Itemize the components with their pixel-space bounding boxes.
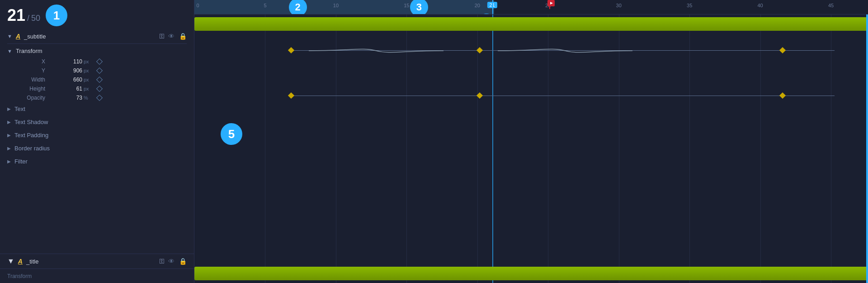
prop-height-label: Height: [14, 86, 51, 92]
border-radius-label: Border radius: [14, 145, 50, 152]
subtitle-layer-name: _subtitle: [24, 33, 154, 40]
subtitle-layer-actions: 👁 🔒: [168, 33, 187, 40]
tick-15: 15: [404, 3, 409, 8]
lock-icon[interactable]: 🔒: [179, 33, 187, 40]
prop-height-unit: px: [84, 86, 93, 91]
text-padding-section[interactable]: ▶ Text Padding: [0, 129, 194, 142]
frame-separator: /: [27, 14, 29, 23]
prop-width-keyframe[interactable]: [96, 77, 103, 83]
tick-10: 10: [333, 3, 339, 8]
prop-width-unit: px: [84, 77, 93, 82]
frame-total: 50: [31, 14, 40, 23]
title-layer-row[interactable]: ▼ A _title ⚿ 👁 🔒: [0, 254, 194, 269]
tick-40: 40: [757, 3, 763, 8]
prop-opacity-unit: %: [84, 95, 93, 101]
keyframe-track-2: [194, 91, 868, 101]
prop-height-value[interactable]: 61: [51, 86, 82, 92]
title-lock-icon[interactable]: 🔒: [179, 258, 187, 265]
text-chevron: ▶: [7, 106, 11, 111]
subtitle-chevron[interactable]: ▼: [7, 34, 12, 39]
title-transform-label: Transform: [7, 273, 32, 279]
title-transform-hint: Transform: [0, 269, 194, 283]
prop-opacity-value[interactable]: 73: [51, 95, 82, 101]
header-row: 21 / 50 1: [0, 0, 194, 30]
kf-diamond-2b[interactable]: [476, 92, 483, 99]
svg-rect-1: [549, 0, 550, 9]
filter-chevron: ▶: [7, 159, 11, 164]
visibility-icon[interactable]: 👁: [168, 33, 175, 40]
border-radius-section[interactable]: ▶ Border radius: [0, 142, 194, 155]
text-shadow-chevron: ▶: [7, 120, 11, 125]
prop-y-label: Y: [14, 67, 51, 74]
badge-3: 3: [410, 0, 428, 14]
title-visibility-icon[interactable]: 👁: [168, 258, 175, 265]
timeline-panel: 0 5 10 15 20 21 25 30 35 40 45: [194, 0, 868, 283]
prop-width: Width 660 px: [0, 75, 194, 84]
subtitle-key-icon: ⚿: [159, 33, 165, 39]
prop-y-keyframe[interactable]: [96, 67, 103, 74]
keyframe-track-1: [194, 46, 868, 55]
playhead-ruler-line: [492, 0, 493, 14]
kf-diamond-1c[interactable]: [779, 47, 786, 53]
tick-5: 5: [264, 3, 266, 8]
text-shadow-label: Text Shadow: [14, 119, 48, 125]
title-chevron[interactable]: ▼: [7, 257, 14, 265]
filter-label: Filter: [14, 158, 28, 165]
text-shadow-section[interactable]: ▶ Text Shadow: [0, 115, 194, 129]
tick-30: 30: [616, 3, 622, 8]
tick-0: 0: [196, 3, 199, 8]
ruler-area: 0 5 10 15 20 21 25 30 35 40 45: [194, 0, 868, 14]
text-padding-chevron: ▶: [7, 133, 11, 138]
badge-1: 1: [46, 5, 67, 26]
prop-opacity-label: Opacity: [14, 95, 51, 101]
kf-diamond-1b[interactable]: [476, 47, 483, 53]
badge-5: 5: [221, 123, 242, 145]
tick-20: 20: [475, 3, 480, 8]
right-edge-strip: [866, 14, 868, 283]
subtitle-layer-icon: A: [16, 33, 20, 40]
prop-opacity: Opacity 73 %: [0, 93, 194, 102]
frame-counter: 21 / 50: [7, 7, 40, 24]
title-green-bar[interactable]: [194, 267, 868, 280]
badge-2: 2: [289, 0, 307, 14]
timeline-content: 5: [194, 14, 868, 283]
prop-x-value[interactable]: 110: [51, 58, 82, 65]
filter-section[interactable]: ▶ Filter: [0, 155, 194, 168]
kf-diamond-1a[interactable]: [288, 47, 294, 53]
kf-diamond-2c[interactable]: [779, 92, 786, 99]
transform-chevron[interactable]: ▼: [7, 48, 12, 54]
prop-y-value[interactable]: 906: [51, 67, 82, 74]
left-panel: 21 / 50 1 ▼ A _subtitle ⚿ 👁 🔒 ▼ Transfor…: [0, 0, 194, 283]
title-layer-icon: A: [18, 258, 23, 265]
subtitle-layer-row[interactable]: ▼ A _subtitle ⚿ 👁 🔒: [0, 30, 194, 43]
border-radius-chevron: ▶: [7, 146, 11, 151]
prop-y-unit: px: [84, 68, 93, 73]
prop-height: Height 61 px: [0, 84, 194, 93]
text-section[interactable]: ▶ Text: [0, 102, 194, 115]
prop-x: X 110 px: [0, 57, 194, 66]
prop-y: Y 906 px: [0, 66, 194, 75]
prop-width-label: Width: [14, 77, 51, 83]
flag-marker: [547, 0, 556, 10]
title-layer-name: _title: [26, 258, 154, 265]
transform-label: Transform: [16, 48, 42, 54]
divider-1: [7, 43, 187, 44]
tick-45: 45: [828, 3, 834, 8]
prop-width-value[interactable]: 660: [51, 77, 82, 83]
text-label: Text: [14, 106, 25, 112]
kf-line-2a: [289, 96, 835, 96]
subtitle-green-bar[interactable]: [194, 17, 868, 31]
title-layer-actions: 👁 🔒: [168, 258, 187, 265]
tick-35: 35: [687, 3, 692, 8]
kf-diamond-2a[interactable]: [288, 92, 294, 99]
prop-x-label: X: [14, 58, 51, 65]
prop-x-unit: px: [84, 59, 93, 64]
bezier-1a: [309, 46, 443, 55]
text-padding-label: Text Padding: [14, 132, 48, 139]
prop-height-keyframe[interactable]: [96, 86, 103, 92]
title-key-icon: ⚿: [159, 258, 165, 264]
prop-x-keyframe[interactable]: [96, 58, 103, 65]
frame-current: 21: [7, 7, 25, 24]
prop-opacity-keyframe[interactable]: [96, 95, 103, 101]
transform-section-header[interactable]: ▼ Transform: [0, 45, 194, 57]
